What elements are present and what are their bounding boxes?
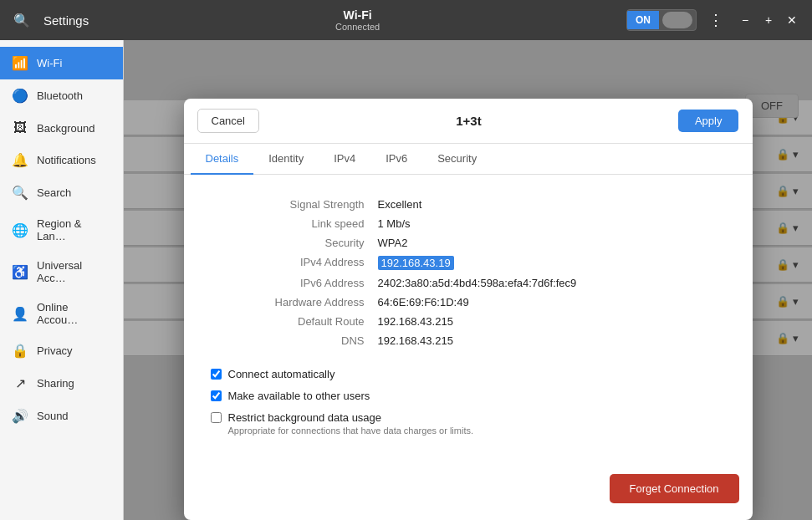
sidebar-item-sound[interactable]: 🔊Sound xyxy=(0,400,123,432)
sharing-icon: ↗ xyxy=(12,375,28,391)
ipv6-value: 2402:3a80:a5d:4bd4:598a:efa4:7d6f:fec9 xyxy=(378,277,577,289)
security-field-label: Security xyxy=(211,237,378,249)
bluetooth-icon: 🔵 xyxy=(12,88,28,104)
minimize-button[interactable]: − xyxy=(735,10,755,30)
info-row-signal: Signal Strength Excellent xyxy=(211,195,726,214)
default-route-value: 192.168.43.215 xyxy=(378,315,453,328)
privacy-icon: 🔒 xyxy=(12,343,28,359)
checkbox-available: Make available to other users xyxy=(211,389,726,402)
tab-ipv4[interactable]: IPv4 xyxy=(319,144,370,175)
sidebar-item-notifications[interactable]: 🔔Notifications xyxy=(0,144,123,176)
online-icon: 👤 xyxy=(12,306,28,322)
modal-tabs: Details Identity IPv4 IPv6 Security xyxy=(184,144,753,175)
toggle-track xyxy=(662,12,692,28)
checkbox-auto-connect: Connect automatically xyxy=(211,367,726,380)
tab-security[interactable]: Security xyxy=(422,144,492,175)
sidebar-label-background: Background xyxy=(37,122,94,135)
signal-label: Signal Strength xyxy=(211,198,378,211)
tab-details[interactable]: Details xyxy=(191,144,254,175)
sidebar-item-region[interactable]: 🌐Region & Lan… xyxy=(0,209,123,251)
default-route-label: Default Route xyxy=(211,315,378,328)
sidebar-label-wifi: Wi-Fi xyxy=(37,57,62,69)
network-settings-modal: Cancel 1+3t Apply Details Identity IPv4 … xyxy=(184,99,753,520)
modal-title: 1+3t xyxy=(456,114,481,128)
dns-value: 192.168.43.215 xyxy=(378,334,453,347)
sidebar-label-sharing: Sharing xyxy=(37,377,74,390)
network-info-table: Signal Strength Excellent Link speed 1 M… xyxy=(211,195,726,350)
search-icon[interactable]: 🔍 xyxy=(10,8,33,32)
app-title: Settings xyxy=(43,13,89,28)
top-bar: 🔍 Settings Wi-Fi Connected ON ⋮ − + ✕ xyxy=(0,0,812,40)
info-row-dns: DNS 192.168.43.215 xyxy=(211,331,726,350)
checkbox-restrict: Restrict background data usage Appropria… xyxy=(211,410,726,436)
modal-body: Signal Strength Excellent Link speed 1 M… xyxy=(184,175,753,464)
ipv4-value: 192.168.43.19 xyxy=(378,256,454,270)
info-row-ipv4: IPv4 Address 192.168.43.19 xyxy=(211,252,726,273)
cancel-button[interactable]: Cancel xyxy=(197,109,259,133)
info-row-hardware: Hardware Address 64:6E:69:F6:1D:49 xyxy=(211,293,726,312)
tab-ipv6[interactable]: IPv6 xyxy=(370,144,422,175)
sidebar-label-notifications: Notifications xyxy=(37,154,96,166)
sidebar-label-bluetooth: Bluetooth xyxy=(37,89,83,102)
toggle-on-label: ON xyxy=(627,11,659,29)
sidebar-item-universal[interactable]: ♿Universal Acc… xyxy=(0,251,123,293)
apply-button[interactable]: Apply xyxy=(678,110,739,132)
dns-label: DNS xyxy=(211,334,378,347)
restrict-label[interactable]: Restrict background data usage xyxy=(228,411,382,424)
sidebar-item-bluetooth[interactable]: 🔵Bluetooth xyxy=(0,79,123,112)
search-icon: 🔍 xyxy=(12,185,28,201)
info-row-default-route: Default Route 192.168.43.215 xyxy=(211,312,726,331)
forget-connection-button[interactable]: Forget Connection xyxy=(610,474,739,503)
modal-footer: Forget Connection xyxy=(184,464,753,520)
tab-identity[interactable]: Identity xyxy=(253,144,319,175)
kebab-menu-button[interactable]: ⋮ xyxy=(703,9,728,31)
sidebar-item-wifi[interactable]: 📶Wi-Fi xyxy=(0,47,123,79)
sound-icon: 🔊 xyxy=(12,408,28,424)
ipv6-label: IPv6 Address xyxy=(211,277,378,289)
info-row-linkspeed: Link speed 1 Mb/s xyxy=(211,214,726,233)
universal-icon: ♿ xyxy=(12,264,28,280)
restrict-checkbox[interactable] xyxy=(211,412,222,423)
sidebar-label-search: Search xyxy=(37,186,71,199)
sidebar: 📶Wi-Fi🔵Bluetooth🖼Background🔔Notification… xyxy=(0,40,124,520)
main-content: 📶Wi-Fi🔵Bluetooth🖼Background🔔Notification… xyxy=(0,40,812,520)
sidebar-item-privacy[interactable]: 🔒Privacy xyxy=(0,334,123,367)
sidebar-item-online[interactable]: 👤Online Accou… xyxy=(0,293,123,334)
wifi-status-label: Wi-Fi xyxy=(344,8,372,22)
sidebar-label-universal: Universal Acc… xyxy=(37,259,111,284)
restrict-sublabel: Appropriate for connections that have da… xyxy=(228,426,474,436)
wifi-icon: 📶 xyxy=(12,55,28,71)
sidebar-label-sound: Sound xyxy=(37,410,69,422)
auto-connect-checkbox[interactable] xyxy=(211,369,222,380)
wifi-status-sub: Connected xyxy=(335,22,380,32)
security-field-value: WPA2 xyxy=(378,237,408,249)
sidebar-label-region: Region & Lan… xyxy=(37,217,111,242)
linkspeed-label: Link speed xyxy=(211,217,378,230)
signal-value: Excellent xyxy=(378,198,422,211)
maximize-button[interactable]: + xyxy=(758,10,779,30)
top-bar-left: 🔍 Settings xyxy=(10,8,89,32)
auto-connect-label[interactable]: Connect automatically xyxy=(228,368,335,380)
available-checkbox[interactable] xyxy=(211,390,222,401)
close-button[interactable]: ✕ xyxy=(782,10,802,30)
sidebar-label-privacy: Privacy xyxy=(37,344,73,357)
sidebar-label-online: Online Accou… xyxy=(37,301,111,326)
linkspeed-value: 1 Mb/s xyxy=(378,217,411,230)
modal-header: Cancel 1+3t Apply xyxy=(184,99,753,144)
background-icon: 🖼 xyxy=(12,120,28,135)
top-bar-right: ON ⋮ − + ✕ xyxy=(626,9,802,31)
hardware-label: Hardware Address xyxy=(211,296,378,308)
region-icon: 🌐 xyxy=(12,222,28,238)
sidebar-item-background[interactable]: 🖼Background xyxy=(0,112,123,144)
available-label[interactable]: Make available to other users xyxy=(228,390,370,402)
ipv4-label: IPv4 Address xyxy=(211,256,378,270)
info-row-security: Security WPA2 xyxy=(211,233,726,252)
notifications-icon: 🔔 xyxy=(12,152,28,168)
top-bar-center: Wi-Fi Connected xyxy=(335,8,380,32)
sidebar-item-sharing[interactable]: ↗Sharing xyxy=(0,367,123,400)
sidebar-item-search[interactable]: 🔍Search xyxy=(0,176,123,209)
window-controls: − + ✕ xyxy=(735,10,802,30)
info-row-ipv6: IPv6 Address 2402:3a80:a5d:4bd4:598a:efa… xyxy=(211,273,726,293)
wifi-toggle[interactable]: ON xyxy=(626,9,697,31)
hardware-value: 64:6E:69:F6:1D:49 xyxy=(378,296,469,308)
